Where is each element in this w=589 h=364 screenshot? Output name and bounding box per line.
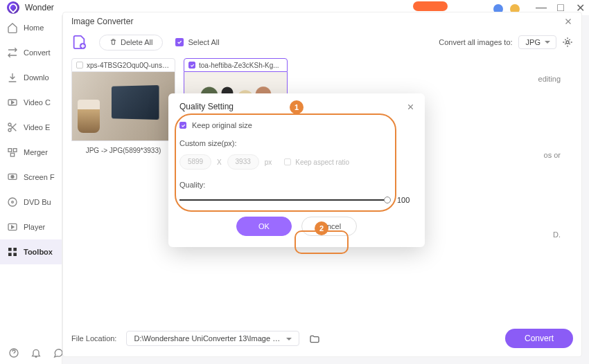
delete-all-label: Delete All [121,38,152,46]
file-location-select[interactable]: D:\Wondershare UniConverter 13\Image Out… [126,331,299,346]
sidebar-item-label: Home [24,24,44,32]
thumbnail-caption: JPG -> JPG(5899*3933) [71,141,175,154]
thumbnail-checkbox[interactable] [188,62,195,69]
sidebar-item-label: Player [24,223,45,231]
sidebar-item-converter[interactable]: Convert [0,40,62,65]
sidebar-item-downloader[interactable]: Downlo [0,65,62,90]
sidebar: Home Convert Downlo Video C Video E Merg… [0,15,62,364]
panel-close-icon[interactable] [563,17,573,29]
aspect-label: Keep aspect ratio [295,158,349,166]
svg-rect-3 [8,149,12,152]
quality-slider[interactable] [179,199,387,201]
svg-rect-11 [8,248,12,251]
app-logo-icon [7,1,19,14]
window-minimize-icon[interactable]: — [536,3,546,12]
upgrade-pill[interactable] [413,1,448,11]
svg-point-9 [12,201,14,203]
sidebar-item-label: Downlo [24,73,49,82]
thumbnail-header: xps-4TBSG2Oqu0Q-unspl... [71,58,175,72]
thumbnail-header: toa-heftiba-Ze3cKSh-Kg... [184,58,288,72]
sidebar-item-label: Screen F [24,173,55,181]
svg-rect-4 [13,149,17,152]
help-icon[interactable] [8,347,19,358]
toolbar: Delete All Select All Convert all images… [63,32,581,53]
sidebar-item-player[interactable]: Player [0,215,62,239]
sidebar-item-label: Video C [24,98,51,107]
thumbnail-checkbox[interactable] [76,62,83,69]
file-location-label: File Location: [71,334,116,343]
download-icon [7,72,18,83]
px-label: px [265,158,272,166]
sidebar-item-video-compressor[interactable]: Video C [0,90,62,115]
sidebar-item-merger[interactable]: Merger [0,140,62,165]
sidebar-item-video-editor[interactable]: Video E [0,115,62,140]
file-location-value: D:\Wondershare UniConverter 13\Image Out… [134,334,295,343]
convert-button[interactable]: Convert [505,329,573,348]
sidebar-item-dvd-burner[interactable]: DVD Bu [0,190,62,215]
quality-value: 100 [397,196,414,204]
window-close-icon[interactable]: ✕ [575,3,585,12]
sidebar-bottom [0,347,62,358]
sidebar-item-home[interactable]: Home [0,15,62,40]
keep-original-checkbox[interactable] [179,122,186,129]
svg-point-7 [11,175,14,178]
modal-actions: OK Cancel [168,204,425,236]
keep-aspect-ratio[interactable]: Keep aspect ratio [284,158,349,166]
merge-icon [7,147,18,158]
sidebar-item-label: Convert [24,48,51,57]
svg-point-1 [8,123,11,126]
gear-icon[interactable] [562,37,573,48]
keep-original-label: Keep original size [192,121,252,129]
window-maximize-icon[interactable]: □ [556,3,565,12]
brand-label: Wonder [25,3,54,12]
sidebar-item-label: DVD Bu [24,198,51,206]
callout-badge-1: 1 [290,100,304,114]
convert-icon [7,47,18,58]
height-input[interactable]: 3933 [227,154,259,170]
select-all-checkbox[interactable]: Select All [175,38,219,46]
width-input[interactable]: 5899 [179,154,211,170]
svg-point-17 [566,41,569,44]
bell-icon[interactable] [30,347,42,358]
sidebar-item-label: Toolbox [24,248,53,256]
background-text: editing [538,75,561,83]
custom-size-row: 5899 X 3933 px Keep aspect ratio [179,154,414,170]
panel-title: Image Converter [71,17,133,26]
sidebar-item-screen-recorder[interactable]: Screen F [0,165,62,190]
format-select[interactable]: JPG [518,35,556,49]
ok-button[interactable]: OK [236,217,292,236]
delete-all-button[interactable]: Delete All [99,35,163,51]
scissors-icon [7,122,18,133]
svg-point-8 [8,198,17,206]
custom-size-label: Custom size(px): [179,139,414,147]
record-icon [7,172,18,183]
sidebar-item-label: Video E [24,123,50,131]
thumbnail-image[interactable] [71,72,175,141]
x-label: X [217,158,222,166]
sidebar-item-toolbox[interactable]: Toolbox [0,239,62,264]
svg-point-2 [8,129,11,131]
svg-rect-5 [10,153,14,156]
select-all-label: Select All [188,38,219,46]
compress-icon [7,97,18,108]
disc-icon [7,197,18,208]
thumbnail-filename: toa-heftiba-Ze3cKSh-Kg... [199,62,279,69]
keep-original-row[interactable]: Keep original size [179,121,414,129]
quality-label: Quality: [179,181,414,189]
cancel-button[interactable]: Cancel [301,217,357,236]
thumbnail-card[interactable]: xps-4TBSG2Oqu0Q-unspl... JPG -> JPG(5899… [71,58,175,154]
convert-all-label: Convert all images to: [439,38,512,46]
open-folder-icon[interactable] [309,334,320,343]
callout-badge-2: 2 [315,221,328,235]
checkbox-icon [175,38,184,46]
modal-body: Keep original size Custom size(px): 5899… [168,118,425,204]
trash-icon [109,38,117,47]
slider-thumb[interactable] [384,197,391,203]
modal-close-icon[interactable] [406,102,415,114]
aspect-checkbox[interactable] [284,158,291,165]
sidebar-item-label: Merger [24,148,48,156]
add-file-icon[interactable] [71,35,87,50]
quality-setting-modal: Quality Setting Keep original size Custo… [168,93,425,247]
footer: File Location: D:\Wondershare UniConvert… [71,329,573,348]
thumbnail-filename: xps-4TBSG2Oqu0Q-unspl... [87,62,170,69]
